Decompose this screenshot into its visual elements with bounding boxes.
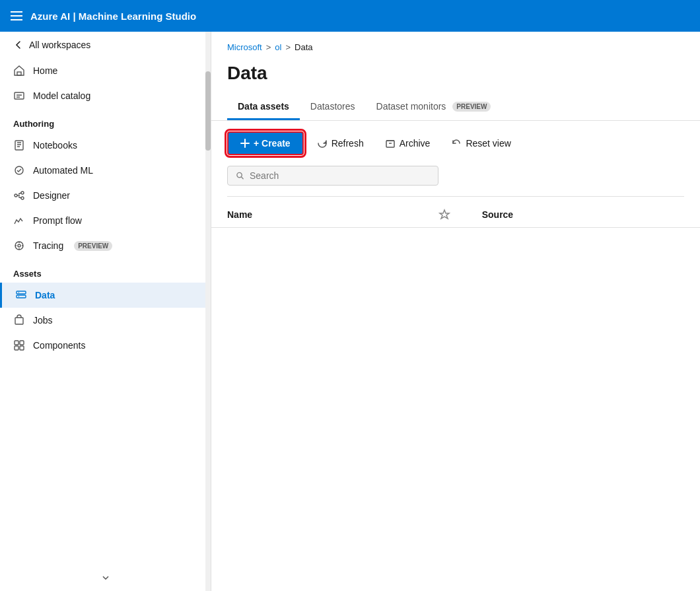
app-title: Azure AI | Machine Learning Studio	[30, 11, 196, 22]
sidebar-item-jobs-label: Jobs	[33, 315, 53, 326]
sidebar-item-home-label: Home	[33, 65, 57, 76]
search-input[interactable]	[250, 170, 430, 181]
sidebar-item-designer[interactable]: Designer	[0, 183, 211, 208]
sidebar-item-data[interactable]: Data	[0, 283, 211, 308]
sidebar-item-automated-ml-label: Automated ML	[33, 165, 93, 176]
refresh-label: Refresh	[332, 138, 364, 149]
column-favorite[interactable]	[423, 202, 466, 228]
tab-data-assets-label: Data assets	[238, 101, 289, 112]
sidebar-item-prompt-flow-label: Prompt flow	[33, 215, 82, 226]
search-icon	[236, 171, 244, 180]
components-icon	[13, 339, 25, 351]
breadcrumb-current: Data	[295, 42, 312, 52]
sidebar-item-components[interactable]: Components	[0, 333, 211, 358]
tracing-icon	[13, 240, 25, 252]
star-icon	[438, 209, 450, 221]
svg-rect-1	[15, 92, 24, 99]
reset-view-button[interactable]: Reset view	[443, 133, 518, 154]
sidebar-item-prompt-flow[interactable]: Prompt flow	[0, 208, 211, 233]
svg-rect-16	[386, 141, 394, 147]
sidebar: All workspaces Home Model catalog	[0, 32, 211, 591]
svg-point-8	[18, 244, 20, 247]
svg-rect-11	[15, 318, 23, 324]
archive-button[interactable]: Archive	[377, 133, 438, 154]
breadcrumb-sep-1: >	[266, 42, 271, 52]
svg-rect-10	[17, 295, 26, 298]
sidebar-item-notebooks-label: Notebooks	[33, 140, 77, 151]
reset-view-icon	[451, 138, 462, 149]
svg-point-4	[15, 194, 17, 197]
sidebar-item-automated-ml[interactable]: Automated ML	[0, 158, 211, 183]
section-authoring-label: Authoring	[0, 108, 211, 133]
designer-icon	[13, 190, 25, 201]
content-area: Microsoft > ol > Data Data Data assets D…	[211, 32, 700, 591]
tracing-preview-badge: PREVIEW	[74, 241, 112, 251]
sidebar-item-home[interactable]: Home	[0, 58, 211, 83]
scroll-track	[205, 32, 211, 591]
toolbar: + Create Refresh Archive	[211, 121, 700, 166]
search-wrapper	[227, 166, 438, 186]
breadcrumb: Microsoft > ol > Data	[211, 32, 700, 57]
tab-dataset-monitors-label: Dataset monitors	[376, 101, 446, 112]
sidebar-item-notebooks[interactable]: Notebooks	[0, 133, 211, 158]
svg-rect-12	[15, 341, 18, 345]
topbar: Azure AI | Machine Learning Studio	[0, 0, 700, 32]
svg-rect-2	[15, 141, 23, 150]
svg-point-3	[15, 166, 23, 174]
refresh-icon	[317, 138, 328, 149]
breadcrumb-ol[interactable]: ol	[275, 42, 281, 52]
sidebar-item-model-catalog-label: Model catalog	[33, 90, 90, 101]
divider	[227, 196, 684, 197]
sidebar-item-components-label: Components	[33, 340, 85, 351]
search-container	[211, 166, 700, 196]
svg-point-5	[21, 191, 24, 194]
automated-ml-icon	[13, 164, 25, 176]
svg-rect-14	[15, 346, 18, 350]
back-label: All workspaces	[29, 40, 90, 50]
data-icon	[15, 289, 27, 301]
dataset-monitors-badge: PREVIEW	[452, 102, 491, 112]
create-button[interactable]: + Create	[227, 131, 304, 155]
back-arrow-icon	[13, 40, 24, 50]
svg-rect-0	[17, 72, 21, 75]
svg-rect-13	[20, 341, 24, 345]
svg-point-6	[21, 197, 24, 199]
menu-icon[interactable]	[11, 11, 22, 20]
data-table: Name Source	[211, 202, 700, 228]
create-label: + Create	[254, 138, 291, 149]
sidebar-item-tracing-label: Tracing	[33, 240, 63, 251]
archive-icon	[385, 138, 396, 149]
prompt-flow-icon	[13, 215, 25, 226]
breadcrumb-sep-2: >	[285, 42, 291, 52]
svg-rect-15	[20, 346, 24, 350]
sidebar-back-button[interactable]: All workspaces	[0, 32, 211, 58]
sidebar-item-jobs[interactable]: Jobs	[0, 308, 211, 333]
column-name[interactable]: Name	[211, 202, 423, 228]
sidebar-item-data-label: Data	[35, 290, 55, 300]
reset-view-label: Reset view	[466, 138, 510, 149]
refresh-button[interactable]: Refresh	[309, 133, 372, 154]
section-assets-label: Assets	[0, 258, 211, 283]
sidebar-item-model-catalog[interactable]: Model catalog	[0, 83, 211, 108]
scroll-down-icon[interactable]	[100, 573, 111, 583]
plus-icon	[240, 139, 250, 148]
scroll-thumb[interactable]	[205, 71, 211, 151]
tab-datastores-label: Datastores	[310, 101, 355, 112]
svg-rect-9	[17, 291, 26, 294]
tabs-bar: Data assets Datastores Dataset monitors …	[211, 94, 700, 121]
sidebar-item-designer-label: Designer	[33, 190, 70, 201]
jobs-icon	[13, 314, 25, 326]
model-catalog-icon	[13, 90, 25, 102]
tab-data-assets[interactable]: Data assets	[227, 94, 300, 120]
breadcrumb-microsoft[interactable]: Microsoft	[227, 42, 262, 52]
sidebar-item-tracing[interactable]: Tracing PREVIEW	[0, 233, 211, 258]
main-layout: All workspaces Home Model catalog	[0, 32, 700, 591]
tab-datastores[interactable]: Datastores	[300, 94, 366, 120]
column-source[interactable]: Source	[466, 202, 700, 228]
page-title: Data	[211, 57, 700, 94]
archive-label: Archive	[400, 138, 431, 149]
tab-dataset-monitors[interactable]: Dataset monitors PREVIEW	[366, 94, 502, 120]
notebooks-icon	[13, 139, 25, 151]
home-icon	[13, 65, 25, 77]
